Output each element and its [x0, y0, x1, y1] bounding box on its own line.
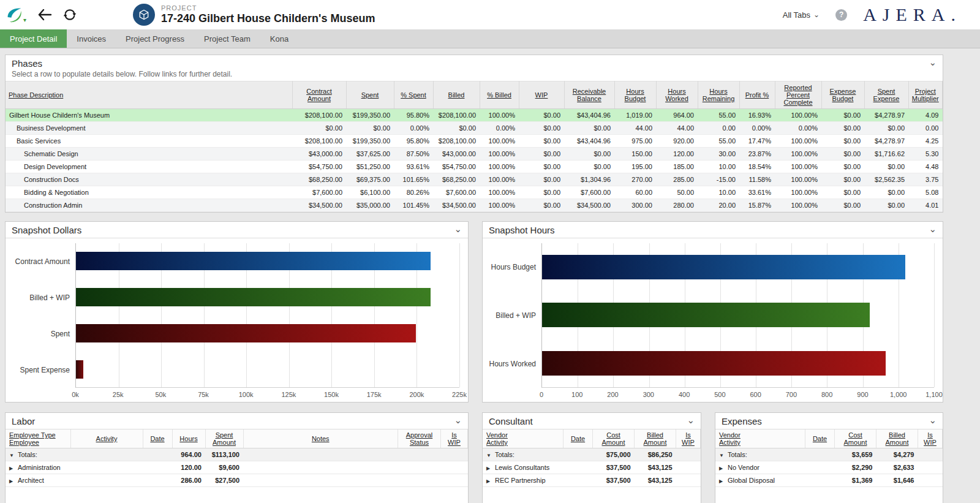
column-header-label: Approval Status [406, 431, 432, 446]
column-header[interactable]: Date [564, 429, 593, 448]
column-header[interactable]: Hours Worked [656, 81, 698, 109]
totals-row[interactable]: ▼Totals:964.00$113,100 [6, 448, 468, 461]
row-value-cell [70, 461, 143, 474]
tab-kona[interactable]: Kona [260, 29, 298, 48]
column-header[interactable]: Notes [243, 429, 398, 448]
x-tick-label: 175k [367, 391, 382, 398]
tab-project-team[interactable]: Project Team [194, 29, 260, 48]
phase-row[interactable]: Gilbert House Childern's Museum$208,100.… [6, 109, 943, 122]
phase-value-cell: $34,500.00 [433, 199, 480, 212]
column-header[interactable]: Date [805, 429, 835, 448]
column-header[interactable]: Spent Expense [864, 81, 908, 109]
row-label-cell: ▼Totals: [483, 448, 564, 461]
column-header[interactable]: Approval Status [398, 429, 441, 448]
phase-row[interactable]: Schematic Design$43,000.00$37,625.0087.5… [6, 148, 943, 161]
column-header[interactable]: Reported Percent Complete [775, 81, 821, 109]
collapse-expander-icon[interactable]: ▼ [719, 453, 725, 458]
ajera-app-icon[interactable]: ▾ [6, 7, 26, 23]
row-value-cell: $3,659 [835, 448, 876, 461]
column-header[interactable]: Activity [70, 429, 143, 448]
column-header[interactable]: Cost Amount [835, 429, 876, 448]
column-header[interactable]: Billed Amount [635, 429, 676, 448]
column-header[interactable]: % Spent [394, 81, 433, 109]
column-header[interactable]: Phase Description [6, 81, 292, 109]
column-header[interactable]: Expense Budget [821, 81, 864, 109]
totals-row[interactable]: ▼Totals:$3,659$4,279 [715, 448, 943, 461]
column-header[interactable]: Hours Budget [614, 81, 656, 109]
collapse-chevron-icon[interactable]: ⌄ [454, 416, 462, 425]
tab-project-detail[interactable]: Project Detail [0, 29, 67, 48]
collapse-chevron-icon[interactable]: ⌄ [929, 416, 937, 425]
column-header[interactable]: Spent [346, 81, 394, 109]
column-header[interactable]: Is WIP [441, 429, 468, 448]
column-header[interactable]: Hours Remaining [698, 81, 739, 109]
tab-project-progress[interactable]: Project Progress [116, 29, 194, 48]
column-header[interactable]: Project Multiplier [908, 81, 943, 109]
refresh-icon[interactable] [63, 8, 77, 21]
group-row[interactable]: ▶Administration120.00$9,600 [6, 461, 468, 474]
column-header[interactable]: Billed [433, 81, 480, 109]
phase-row[interactable]: Basic Services$208,100.00$199,350.0095.8… [6, 135, 943, 148]
collapse-expander-icon[interactable]: ▼ [486, 453, 492, 458]
column-header[interactable]: Is WIP [676, 429, 701, 448]
labor-header-row: Employee Type EmployeeActivityDateHoursS… [6, 429, 468, 448]
phase-value-cell: $0.00 [519, 148, 564, 161]
x-tick-label: 225k [452, 391, 467, 398]
phase-value-cell: $2,562.35 [864, 173, 908, 186]
collapse-expander-icon[interactable]: ▼ [9, 453, 15, 458]
group-row[interactable]: ▶Global Disposal$1,369$1,646 [715, 474, 943, 487]
phase-row[interactable]: Business Development$0.00$0.000.00%$0.00… [6, 122, 943, 135]
column-header[interactable]: Spent Amount [205, 429, 243, 448]
tab-invoices[interactable]: Invoices [67, 29, 116, 48]
collapse-chevron-icon[interactable]: ⌄ [454, 225, 462, 233]
group-row[interactable]: ▶REC Partnership$37,500$43,125 [483, 474, 701, 487]
column-header[interactable]: % Billed [480, 81, 519, 109]
all-tabs-dropdown[interactable]: All Tabs ⌄ [783, 10, 820, 20]
phase-value-cell: 5.08 [908, 186, 943, 199]
phase-value-cell: 0.00% [739, 122, 775, 135]
phase-row[interactable]: Construction Docs$68,250.00$69,375.00101… [6, 173, 943, 186]
x-tick-label: 500 [714, 391, 725, 398]
phase-row[interactable]: Bidding & Negotiation$7,600.00$6,100.008… [6, 186, 943, 199]
column-header[interactable]: Vendor Activity [483, 429, 564, 448]
back-arrow-icon[interactable] [37, 9, 52, 21]
column-header[interactable]: Employee Type Employee [6, 429, 70, 448]
expand-expander-icon[interactable]: ▶ [9, 466, 15, 471]
column-header[interactable]: Billed Amount [876, 429, 918, 448]
row-value-cell [918, 474, 943, 487]
group-row[interactable]: ▶Architect286.00$27,500 [6, 474, 468, 487]
column-header[interactable]: Receivable Balance [564, 81, 614, 109]
expand-expander-icon[interactable]: ▶ [719, 466, 725, 471]
expand-expander-icon[interactable]: ▶ [486, 478, 492, 484]
column-header[interactable]: Hours [172, 429, 205, 448]
snapshot-dollars-chart: Contract AmountBilled + WIPSpentSpent Ex… [6, 238, 468, 401]
phase-value-cell: 975.00 [614, 135, 656, 148]
expand-expander-icon[interactable]: ▶ [486, 466, 492, 471]
row-value-cell: $1,646 [876, 474, 918, 487]
group-row[interactable]: ▶No Vendor$2,290$2,633 [715, 461, 943, 474]
collapse-chevron-icon[interactable]: ⌄ [929, 58, 937, 67]
column-header[interactable]: Contract Amount [292, 81, 346, 109]
project-cube-icon [133, 4, 155, 26]
expand-expander-icon[interactable]: ▶ [9, 478, 15, 484]
phase-row[interactable]: Design Development$54,750.00$51,250.0093… [6, 161, 943, 173]
column-header[interactable]: Cost Amount [593, 429, 635, 448]
phase-row[interactable]: Construction Admin$34,500.00$35,000.0010… [6, 199, 943, 212]
totals-row[interactable]: ▼Totals:$75,000$86,250 [483, 448, 701, 461]
column-header[interactable]: Date [143, 429, 172, 448]
group-row[interactable]: ▶Lewis Consultants$37,500$43,125 [483, 461, 701, 474]
help-icon[interactable]: ? [835, 9, 847, 21]
expand-expander-icon[interactable]: ▶ [719, 478, 725, 484]
collapse-chevron-icon[interactable]: ⌄ [929, 225, 937, 233]
row-value-cell [564, 474, 593, 487]
collapse-chevron-icon[interactable]: ⌄ [687, 416, 695, 425]
phase-value-cell: $0.00 [821, 148, 864, 161]
column-header[interactable]: WIP [519, 81, 564, 109]
row-value-cell [243, 461, 398, 474]
column-header[interactable]: Vendor Activity [715, 429, 805, 448]
x-tick-label: 100k [239, 391, 254, 398]
phase-value-cell: $68,250.00 [292, 173, 346, 186]
snapshot-dollars-panel: Snapshot Dollars ⌄ Contract AmountBilled… [5, 221, 469, 403]
column-header[interactable]: Profit % [739, 81, 775, 109]
column-header[interactable]: Is WIP [918, 429, 943, 448]
